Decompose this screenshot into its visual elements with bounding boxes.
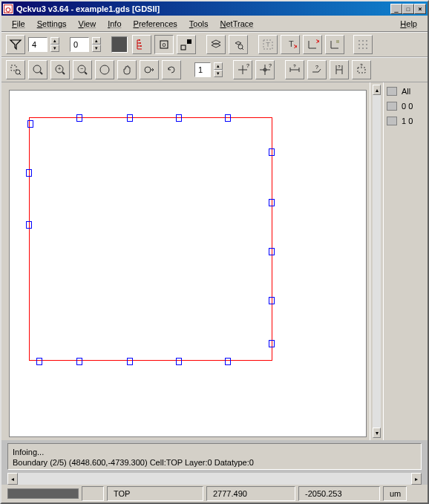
small-cell-button[interactable] [177, 35, 196, 54]
level-down[interactable]: ▾ [50, 45, 59, 52]
wire-mode-button[interactable]: 0 [154, 35, 174, 54]
scale-down[interactable]: ▾ [214, 70, 223, 77]
marker [127, 114, 133, 122]
svg-text:T: T [266, 41, 270, 48]
svg-text:✕: ✕ [293, 43, 297, 50]
svg-point-17 [362, 40, 364, 42]
menu-settings[interactable]: Settings [33, 18, 71, 30]
svg-text:+: + [58, 66, 61, 71]
layer-all[interactable]: All [387, 87, 425, 96]
info-line-2: Boundary (2/5) (4848.600,-4739.300) Cell… [13, 457, 416, 468]
ruler-horizontal-button[interactable]: ? [285, 60, 304, 79]
horizontal-scrollbar[interactable]: ◂ ▸ [7, 473, 422, 485]
marker [269, 297, 275, 304]
marker [127, 358, 133, 365]
ruler-query-button[interactable]: ? [307, 60, 327, 79]
pan-hand-button[interactable] [117, 60, 137, 79]
menu-info[interactable]: Info [103, 18, 125, 30]
zoom-window-button[interactable] [6, 60, 25, 79]
svg-line-34 [85, 72, 87, 74]
maximize-button[interactable]: ☐ [402, 4, 414, 14]
svg-line-31 [62, 72, 65, 74]
scroll-left-icon[interactable]: ◂ [7, 473, 18, 485]
svg-line-10 [242, 48, 243, 50]
ruler-vertical-button[interactable]: ? [330, 60, 349, 79]
layers-zoom-button[interactable] [229, 35, 248, 54]
scroll-right-icon[interactable]: ▸ [411, 473, 422, 485]
svg-text:0: 0 [163, 42, 166, 48]
marker [269, 199, 275, 206]
corner-marker-button[interactable] [325, 35, 344, 54]
zoom-fit-button[interactable] [95, 60, 114, 79]
zoom-out-button[interactable]: − [73, 60, 92, 79]
svg-text:Q: Q [5, 4, 11, 13]
svg-text:?: ? [315, 65, 318, 70]
svg-rect-25 [11, 65, 16, 71]
marker [269, 340, 275, 347]
layer-panel: All 0 0 1 0 [383, 82, 428, 440]
menu-preferences[interactable]: Preferences [129, 18, 182, 30]
filter-input[interactable]: 0 [70, 37, 89, 52]
hierarchy-dots-button[interactable] [132, 35, 151, 54]
zoom-tool-button[interactable] [28, 60, 48, 79]
menu-help[interactable]: Help [396, 18, 422, 30]
ruler-box-button[interactable]: ? [352, 60, 371, 79]
fill-swatch[interactable] [111, 36, 128, 53]
drawing-canvas[interactable] [9, 90, 367, 437]
layers-stack-button[interactable] [206, 35, 226, 54]
layer-0[interactable]: 0 0 [387, 102, 425, 111]
zoom-in-button[interactable]: + [50, 60, 70, 79]
marker [269, 248, 275, 255]
info-panel: Infoing... Boundary (2/5) (4848.600,-473… [7, 443, 422, 470]
measure-crosshair-button[interactable]: ? [255, 60, 275, 79]
app-icon: Q [3, 4, 13, 14]
svg-text:?: ? [338, 65, 341, 69]
scale-input[interactable]: 1 [194, 62, 211, 77]
refresh-button[interactable] [162, 60, 181, 79]
svg-point-36 [100, 65, 109, 74]
scroll-down-icon[interactable]: ▾ [373, 428, 381, 438]
svg-point-2 [139, 39, 140, 41]
svg-text:✕: ✕ [315, 38, 319, 45]
layer-1-swatch [387, 117, 397, 125]
grid-dots-button[interactable] [353, 35, 373, 54]
delete-corner-button[interactable]: ✕ [303, 35, 322, 54]
svg-point-23 [362, 48, 364, 49]
progress-bar [7, 488, 79, 499]
status-y: -2050.253 [298, 486, 380, 501]
scroll-up-icon[interactable]: ▴ [373, 85, 381, 95]
svg-point-24 [366, 48, 367, 49]
layer-1[interactable]: 1 0 [387, 117, 425, 125]
scale-up[interactable]: ▴ [214, 62, 223, 70]
menu-file[interactable]: File [7, 18, 30, 30]
vertical-scrollbar[interactable]: ▴ ▾ [370, 82, 383, 440]
level-up[interactable]: ▴ [50, 37, 59, 45]
status-cell-name: TOP [107, 486, 203, 501]
menu-view[interactable]: View [74, 18, 101, 30]
measure-point-button[interactable]: ? [233, 60, 252, 79]
status-blank [82, 486, 104, 501]
menu-nettrace[interactable]: NetTrace [216, 18, 258, 30]
zoom-previous-button[interactable] [140, 60, 159, 79]
minimize-button[interactable]: _ [390, 4, 402, 14]
filter-down[interactable]: ▾ [92, 45, 101, 52]
marker [26, 221, 32, 229]
menu-tools[interactable]: Tools [185, 18, 213, 30]
title-bar: Q Qckvu3 v3.64 - example1.gds [GDSII] _ … [1, 1, 428, 16]
filter-up[interactable]: ▴ [92, 37, 101, 45]
svg-point-20 [362, 44, 364, 45]
layer-all-swatch [387, 87, 397, 96]
svg-line-29 [40, 72, 42, 74]
level-input[interactable]: 4 [28, 37, 48, 52]
delete-text-button[interactable]: T✕ [281, 35, 300, 54]
close-button[interactable]: × [414, 4, 426, 14]
svg-text:?: ? [360, 63, 363, 68]
boundary-rect [29, 117, 272, 361]
svg-rect-15 [336, 40, 339, 43]
marker [27, 120, 33, 128]
svg-rect-8 [181, 45, 186, 50]
filter-funnel-button[interactable] [6, 35, 25, 54]
text-frame-button[interactable]: T [258, 35, 278, 54]
info-line-1: Infoing... [13, 447, 416, 457]
status-bar: TOP 2777.490 -2050.253 um [1, 485, 428, 503]
